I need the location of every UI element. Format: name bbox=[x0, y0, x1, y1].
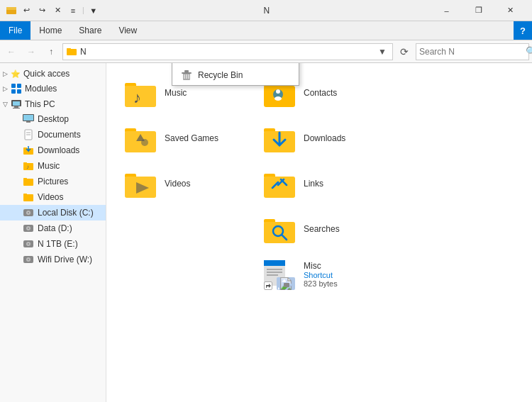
file-searches[interactable]: Searches bbox=[257, 208, 384, 250]
svg-rect-68 bbox=[264, 260, 285, 266]
misc-size: 823 bytes bbox=[304, 279, 338, 288]
videos-sidebar-icon bbox=[23, 191, 34, 203]
ribbon-tabs: File Home Share View ? bbox=[0, 21, 532, 40]
svg-point-54 bbox=[276, 89, 280, 94]
address-bar: ← → ↑ ▼ ⟳ 🔍 bbox=[0, 40, 532, 63]
sidebar-item-data-d[interactable]: Data (D:) bbox=[0, 220, 106, 236]
up-button[interactable]: ↑ bbox=[43, 43, 60, 60]
address-folder-icon bbox=[66, 46, 77, 57]
tab-file[interactable]: File bbox=[0, 21, 31, 40]
videos-name: Videos bbox=[165, 179, 190, 189]
wifi-drive-icon bbox=[23, 254, 34, 265]
sidebar-item-videos[interactable]: Videos bbox=[0, 189, 106, 205]
properties-button[interactable]: ≡ bbox=[67, 4, 79, 17]
saved-games-icon bbox=[123, 121, 157, 155]
local-disk-icon bbox=[23, 207, 34, 218]
minimize-button[interactable]: – bbox=[431, 0, 462, 21]
svg-point-38 bbox=[28, 259, 29, 260]
sidebar-item-wifi-drive[interactable]: Wifi Drive (W:) bbox=[0, 252, 106, 267]
svg-point-35 bbox=[28, 243, 29, 245]
svg-point-46 bbox=[141, 139, 148, 146]
sidebar: ▷ ⭐ Quick acces ▷ Modules ▽ This PC bbox=[0, 63, 106, 402]
file-videos[interactable]: Videos bbox=[118, 162, 245, 205]
dropdown-recycle-bin[interactable]: Recycle Bin bbox=[172, 67, 299, 84]
pictures-sidebar-icon bbox=[23, 176, 34, 187]
sidebar-item-n-drive[interactable]: N 1TB (E:) bbox=[0, 236, 106, 252]
tab-share[interactable]: Share bbox=[70, 21, 110, 40]
svg-rect-3 bbox=[67, 48, 71, 50]
file-misc[interactable]: Misc Shortcut 823 bytes bbox=[257, 253, 384, 296]
left-column: ♪ Music bbox=[118, 72, 245, 296]
svg-rect-9 bbox=[13, 101, 20, 106]
back-button[interactable]: ← bbox=[3, 43, 20, 60]
svg-rect-1 bbox=[6, 7, 16, 10]
svg-point-32 bbox=[28, 228, 29, 229]
svg-rect-19 bbox=[23, 147, 27, 149]
tab-home[interactable]: Home bbox=[31, 21, 70, 40]
delete-button[interactable]: ✕ bbox=[51, 4, 64, 17]
svg-point-55 bbox=[275, 96, 282, 101]
downloads-sidebar-icon bbox=[23, 145, 34, 156]
saved-games-name: Saved Games bbox=[165, 133, 218, 143]
search-input[interactable] bbox=[419, 47, 526, 57]
sidebar-item-pictures[interactable]: Pictures bbox=[0, 174, 106, 189]
svg-rect-69 bbox=[267, 269, 282, 270]
svg-text:♪: ♪ bbox=[26, 164, 29, 170]
address-input-wrapper[interactable]: ▼ bbox=[62, 43, 393, 60]
help-button[interactable]: ? bbox=[514, 21, 532, 40]
svg-rect-26 bbox=[23, 194, 27, 195]
undo-button[interactable]: ↩ bbox=[20, 4, 33, 17]
svg-rect-73 bbox=[284, 283, 289, 287]
sidebar-item-documents[interactable]: Documents bbox=[0, 127, 106, 143]
misc-name: Misc bbox=[304, 261, 338, 271]
data-d-icon bbox=[23, 223, 34, 234]
svg-rect-25 bbox=[23, 194, 33, 201]
sidebar-item-local-disk[interactable]: Local Disk (C:) bbox=[0, 205, 106, 220]
sidebar-item-music[interactable]: ♪ Music bbox=[0, 158, 106, 174]
search-icon: 🔍 bbox=[526, 46, 532, 57]
close-button[interactable]: ✕ bbox=[494, 0, 526, 21]
svg-rect-13 bbox=[23, 115, 33, 121]
right-column: Contacts Downloads bbox=[257, 72, 384, 296]
tab-view[interactable]: View bbox=[110, 21, 145, 40]
sidebar-this-pc[interactable]: ▽ This PC bbox=[0, 96, 106, 111]
file-downloads[interactable]: Downloads bbox=[257, 117, 384, 160]
links-icon bbox=[262, 167, 297, 201]
window-icon bbox=[6, 5, 17, 16]
sidebar-item-desktop[interactable]: Desktop bbox=[0, 111, 106, 127]
dropdown-control-panel-icon bbox=[181, 63, 192, 64]
ribbon: File Home Share View ? bbox=[0, 21, 532, 40]
title-bar: ↩ ↪ ✕ ≡ | ▼ N – ❒ ✕ bbox=[0, 0, 532, 21]
links-name: Links bbox=[304, 179, 323, 189]
sidebar-quick-access[interactable]: ▷ ⭐ Quick acces bbox=[0, 66, 106, 80]
svg-rect-71 bbox=[267, 274, 278, 276]
videos-folder-icon bbox=[123, 167, 157, 201]
svg-rect-4 bbox=[11, 84, 16, 88]
downloads-folder-icon bbox=[262, 121, 297, 155]
file-saved-games[interactable]: Saved Games bbox=[118, 117, 245, 160]
svg-rect-2 bbox=[67, 49, 77, 55]
svg-rect-64 bbox=[264, 222, 295, 243]
svg-point-29 bbox=[28, 212, 29, 213]
searches-icon bbox=[262, 212, 297, 246]
more-button[interactable]: ▼ bbox=[87, 4, 100, 17]
address-input[interactable] bbox=[80, 47, 375, 57]
file-columns: ♪ Music bbox=[118, 72, 521, 296]
forward-button[interactable]: → bbox=[23, 43, 40, 60]
redo-button[interactable]: ↪ bbox=[35, 4, 48, 17]
modules-icon bbox=[11, 83, 22, 94]
sidebar-item-downloads[interactable]: Downloads bbox=[0, 143, 106, 158]
dropdown-recycle-bin-icon bbox=[181, 69, 192, 81]
svg-rect-99 bbox=[182, 72, 192, 74]
desktop-icon bbox=[23, 113, 34, 125]
documents-icon bbox=[23, 129, 34, 140]
address-dropdown-arrow[interactable]: ▼ bbox=[375, 47, 389, 57]
sidebar-modules[interactable]: ▷ Modules bbox=[0, 80, 106, 96]
file-links[interactable]: Links bbox=[257, 162, 384, 205]
refresh-button[interactable]: ⟳ bbox=[396, 43, 413, 60]
main-layout: ▷ ⭐ Quick acces ▷ Modules ▽ This PC bbox=[0, 63, 532, 402]
maximize-button[interactable]: ❒ bbox=[462, 0, 494, 21]
address-dropdown-popup: Desktop Modules OneDrive bbox=[172, 63, 299, 86]
n-drive-icon bbox=[23, 238, 34, 250]
svg-rect-14 bbox=[26, 121, 31, 123]
